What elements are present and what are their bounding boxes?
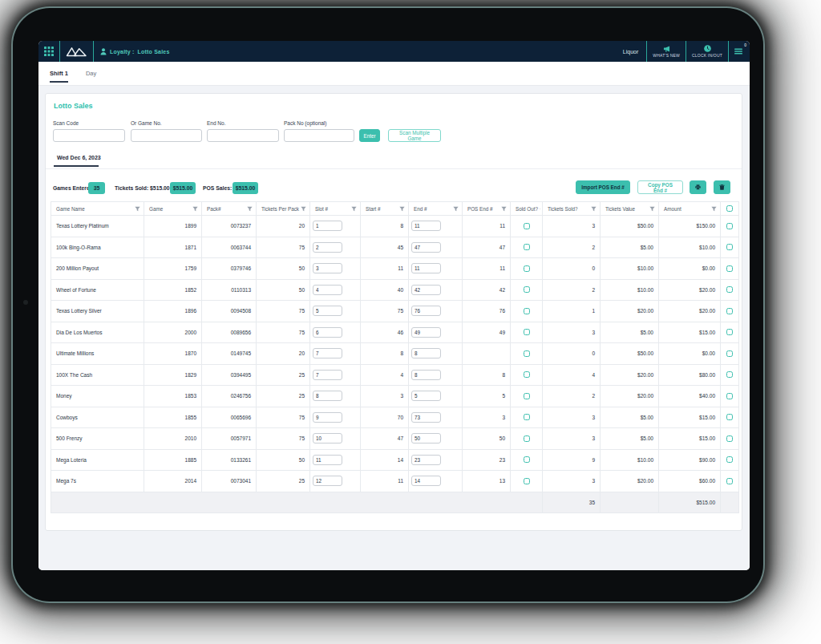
end-input[interactable]: [411, 221, 441, 231]
row-checkbox[interactable]: [726, 350, 733, 357]
pack-no-input[interactable]: [284, 129, 354, 142]
enter-button[interactable]: Enter: [359, 129, 380, 142]
row-checkbox[interactable]: [726, 371, 733, 378]
pos-end-cell: [463, 343, 511, 365]
delete-button[interactable]: [714, 180, 730, 194]
game-name-cell: Money: [51, 386, 144, 407]
row-checkbox[interactable]: [726, 265, 733, 272]
col-game[interactable]: Game: [144, 202, 202, 216]
scan-multiple-game-button[interactable]: Scan Multiple Game: [388, 129, 441, 142]
sold-out-checkbox[interactable]: [524, 393, 530, 399]
tab-day[interactable]: Day: [86, 70, 96, 83]
tickets-value-cell: $50.00: [601, 343, 659, 365]
game-number-cell: 1870: [144, 343, 202, 365]
sold-out-checkbox[interactable]: [524, 350, 530, 357]
end-input[interactable]: [411, 476, 441, 486]
scan-code-input[interactable]: [53, 129, 125, 142]
totals-spacer: [601, 492, 659, 512]
whats-new-button[interactable]: WHAT'S NEW: [647, 41, 686, 62]
row-checkbox[interactable]: [726, 329, 733, 335]
end-input[interactable]: [411, 306, 441, 316]
col-sold-out[interactable]: Sold Out?: [511, 202, 543, 216]
row-checkbox[interactable]: [726, 223, 733, 229]
slot-cell: [310, 428, 361, 450]
slot-input[interactable]: [313, 285, 342, 295]
end-input[interactable]: [411, 433, 441, 444]
col-pos-end[interactable]: POS End #: [463, 202, 511, 216]
end-input[interactable]: [411, 455, 441, 465]
row-checkbox[interactable]: [726, 435, 733, 442]
select-all-checkbox[interactable]: [726, 205, 733, 212]
row-checkbox[interactable]: [726, 286, 733, 293]
clock-in-out-button[interactable]: CLOCK IN/OUT: [686, 41, 728, 62]
sold-out-checkbox[interactable]: [524, 329, 530, 335]
slot-input[interactable]: [313, 348, 342, 358]
col-tickets-sold[interactable]: Tickets Sold?: [543, 202, 601, 216]
import-pos-end-button[interactable]: Import POS End #: [576, 180, 630, 194]
col-slot[interactable]: Slot #: [310, 202, 361, 216]
col-game-name[interactable]: Game Name: [51, 202, 144, 216]
slot-input[interactable]: [313, 370, 342, 380]
slot-input[interactable]: [313, 433, 342, 444]
end-input[interactable]: [411, 327, 441, 338]
print-button[interactable]: [690, 180, 706, 194]
apps-grid-button[interactable]: [38, 41, 59, 62]
row-checkbox[interactable]: [726, 308, 733, 314]
funnel-icon: [591, 206, 597, 212]
col-pack[interactable]: Pack#: [202, 202, 257, 216]
slot-input[interactable]: [313, 327, 342, 338]
slot-input[interactable]: [313, 306, 342, 316]
end-input[interactable]: [411, 391, 441, 401]
slot-input[interactable]: [313, 391, 342, 401]
end-input[interactable]: [411, 412, 441, 423]
col-end[interactable]: End #: [409, 202, 463, 216]
row-select-cell: [721, 322, 739, 343]
menu-button[interactable]: 0: [729, 41, 750, 62]
amount-cell: $10.00: [659, 237, 721, 258]
row-checkbox[interactable]: [726, 414, 733, 420]
col-tickets-value[interactable]: Tickets Value: [601, 202, 659, 216]
slot-input[interactable]: [313, 412, 342, 423]
sold-out-checkbox[interactable]: [524, 244, 530, 250]
tickets-per-pack-cell: 75: [257, 428, 310, 450]
sold-out-checkbox[interactable]: [524, 414, 530, 420]
sold-out-checkbox[interactable]: [524, 371, 530, 378]
col-select-all[interactable]: [721, 202, 739, 216]
brand-logo[interactable]: [60, 41, 93, 62]
col-tickets-per-pack[interactable]: Tickets Per Pack: [257, 202, 310, 216]
row-checkbox[interactable]: [726, 456, 733, 463]
col-amount[interactable]: Amount: [659, 202, 721, 216]
slot-input[interactable]: [313, 476, 342, 486]
col-start[interactable]: Start #: [361, 202, 409, 216]
tickets-value-cell: $50.00: [601, 216, 659, 237]
game-no-input[interactable]: [131, 129, 202, 142]
copy-pos-end-button[interactable]: Copy POS End #: [637, 180, 683, 194]
page-title-name: Lotto Sales: [138, 49, 170, 55]
row-checkbox[interactable]: [726, 244, 733, 250]
slot-input[interactable]: [313, 455, 342, 465]
end-input[interactable]: [411, 348, 441, 358]
sold-out-checkbox[interactable]: [524, 265, 530, 272]
end-input[interactable]: [411, 370, 441, 380]
sold-out-checkbox[interactable]: [524, 286, 530, 293]
row-checkbox[interactable]: [726, 393, 733, 399]
row-checkbox[interactable]: [726, 478, 733, 484]
sold-out-checkbox[interactable]: [524, 456, 530, 463]
end-input[interactable]: [411, 285, 441, 295]
sold-out-checkbox[interactable]: [524, 308, 530, 314]
date-tab[interactable]: Wed Dec 6, 2023: [57, 155, 101, 160]
end-no-input[interactable]: [207, 129, 279, 142]
end-input[interactable]: [411, 263, 441, 273]
pos-end-cell: 13: [463, 471, 511, 492]
tickets-sold-cell: 2: [543, 237, 601, 258]
tab-shift-1[interactable]: Shift 1: [50, 70, 68, 83]
end-input[interactable]: [411, 242, 441, 253]
sold-out-checkbox[interactable]: [524, 435, 530, 442]
sold-out-checkbox[interactable]: [524, 223, 530, 229]
slot-input[interactable]: [313, 263, 342, 273]
sold-out-checkbox[interactable]: [524, 478, 530, 484]
slot-input[interactable]: [313, 242, 342, 253]
slot-cell: [310, 322, 361, 343]
slot-input[interactable]: [313, 221, 342, 231]
store-selector[interactable]: Liquor: [615, 41, 646, 62]
